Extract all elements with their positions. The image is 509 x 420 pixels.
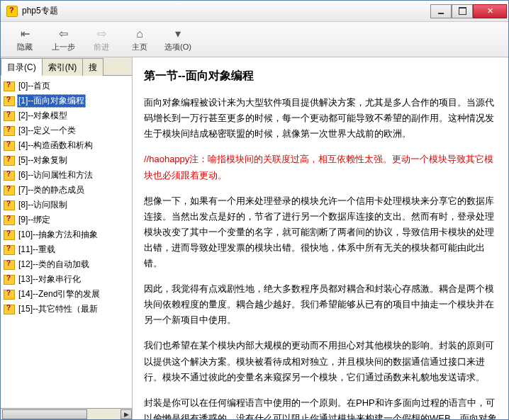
tree-item[interactable]: [13]--对象串行化 [2,272,130,287]
help-page-icon [4,275,15,285]
tree-item-label: [9]--绑定 [17,213,52,227]
help-page-icon [4,111,15,121]
tree-item[interactable]: [9]--绑定 [2,212,130,227]
paragraph: 因此，我觉得有点戏剧性地，绝大多数程序员都对耦合和封装心存感激。耦合是两个模块间… [144,281,497,328]
help-page-icon [4,305,15,314]
tree-item-label: [4]--构造函数和析构 [17,139,94,152]
tree-item[interactable]: [12]--类的自动加载 [2,257,130,272]
help-page-icon [4,290,15,300]
tree-item[interactable]: [1]--面向对象编程 [2,93,130,108]
help-page-icon [4,245,15,255]
tree-item-label: [13]--对象串行化 [17,273,82,286]
help-page-icon [4,96,15,106]
tree-item-label: [1]--面向对象编程 [17,94,86,108]
tree-item[interactable]: [3]--定义一个类 [2,123,130,138]
help-page-icon [4,156,15,166]
nav-tabs: 目录(C) 索引(N) 搜 [1,57,132,76]
tree-item-label: [11]--重载 [17,243,57,256]
hide-button[interactable]: ⇤ 隐藏 [6,24,43,55]
tree-item[interactable]: [8]--访问限制 [2,198,130,212]
tree-item-label: [12]--类的自动加载 [17,258,91,271]
hide-icon: ⇤ [17,27,33,41]
author-note: //haohappy注：喻指模块间的关联度过高，相互依赖性太强。更动一个模块导致… [144,152,497,183]
tree-item-label: [7]--类的静态成员 [17,183,86,197]
tree-item-label: [2]--对象模型 [17,109,69,123]
help-page-icon [4,141,15,151]
paragraph: 面向对象编程被设计来为大型软件项目提供解决方案，尤其是多人合作的项目。当源代码增… [144,95,497,142]
help-page-icon [4,200,15,210]
maximize-button[interactable] [452,4,473,18]
home-icon: ⌂ [132,27,147,41]
tree-item-label: [10]--抽象方法和抽象 [17,228,99,242]
forward-button: ⇨ 前进 [83,24,120,55]
help-page-icon [4,81,15,91]
window-title: php5专题 [22,5,430,17]
tree-item[interactable]: [4]--构造函数和析构 [2,138,130,153]
tree-item[interactable]: [5]--对象复制 [2,153,130,168]
forward-icon: ⇨ [94,27,109,41]
help-page-icon [4,215,15,225]
nav-hscrollbar[interactable]: ▶ [1,408,132,419]
paragraph: 我们也希望在某个模块内部大规模的更动而不用担心对其他模块的影响。封装的原则可以提… [144,338,497,385]
paragraph: 想像一下，如果有一个用来处理登录的模块允许一个信用卡处理模块来分享它的数据库连接… [144,193,497,271]
content-viewer[interactable]: 第一节--面向对象编程 面向对象编程被设计来为大型软件项目提供解决方案，尤其是多… [133,57,508,419]
back-button[interactable]: ⇦ 上一步 [45,24,82,55]
app-window: php5专题 ⇤ 隐藏 ⇦ 上一步 ⇨ 前进 ⌂ 主页 ▾ 选项(O) [0,0,509,420]
scroll-right-arrow[interactable]: ▶ [121,409,132,419]
home-button[interactable]: ⌂ 主页 [121,24,158,55]
tree-item-label: [15]--其它特性（最新 [17,302,99,316]
close-button[interactable] [473,4,507,18]
help-page-icon [4,260,15,270]
help-page-icon [4,126,15,136]
tree-item[interactable]: [2]--对象模型 [2,108,130,123]
options-icon: ▾ [170,27,186,41]
tree-item[interactable]: [7]--类的静态成员 [2,183,130,198]
scrollbar-thumb[interactable] [2,409,87,419]
tree-item[interactable]: [10]--抽象方法和抽象 [2,227,130,242]
tree-item[interactable]: [0]--首页 [2,79,130,93]
content-area: 目录(C) 索引(N) 搜 [0]--首页[1]--面向对象编程[2]--对象模… [1,57,508,419]
options-button[interactable]: ▾ 选项(O) [160,24,196,55]
toolbar: ⇤ 隐藏 ⇦ 上一步 ⇨ 前进 ⌂ 主页 ▾ 选项(O) [1,22,508,57]
tab-index[interactable]: 索引(N) [42,58,84,76]
minimize-button[interactable] [430,4,452,18]
tree-item[interactable]: [6]--访问属性和方法 [2,168,130,183]
tree-item-label: [0]--首页 [17,79,52,93]
back-icon: ⇦ [55,27,71,41]
nav-pane: 目录(C) 索引(N) 搜 [0]--首页[1]--面向对象编程[2]--对象模… [1,57,133,419]
tab-contents[interactable]: 目录(C) [1,58,43,76]
tree-item[interactable]: [14]--Zend引擎的发展 [2,287,130,302]
tree-item-label: [6]--访问属性和方法 [17,169,94,182]
app-icon [6,6,18,17]
help-page-icon [4,186,15,195]
tree-item-label: [3]--定义一个类 [17,124,77,137]
tab-search[interactable]: 搜 [82,58,104,76]
tree-item[interactable]: [15]--其它特性（最新 [2,302,130,317]
tree-item[interactable]: [11]--重载 [2,242,130,257]
help-page-icon [4,171,15,181]
article-heading: 第一节--面向对象编程 [144,66,497,85]
tree-item-label: [5]--对象复制 [17,154,69,167]
tree-item-label: [8]--访问限制 [17,198,69,212]
help-page-icon [4,230,15,240]
contents-tree[interactable]: [0]--首页[1]--面向对象编程[2]--对象模型[3]--定义一个类[4]… [1,76,132,408]
tree-item-label: [14]--Zend引擎的发展 [17,288,101,301]
titlebar[interactable]: php5专题 [1,1,508,22]
paragraph: 封装是你可以在任何编程语言中使用的一个原则。在PHP和许多面向过程的语言中，可以… [144,395,497,419]
